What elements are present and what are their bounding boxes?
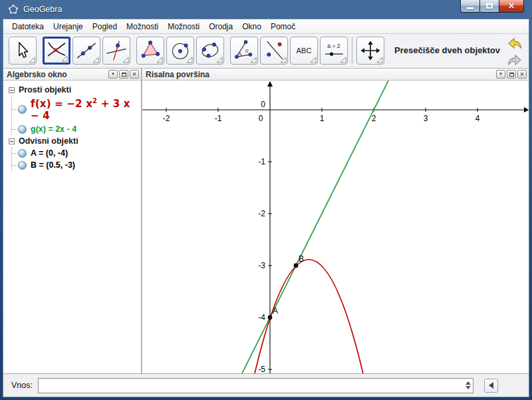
minimize-button[interactable] — [460, 0, 479, 13]
tree-twig — [12, 129, 17, 130]
algebra-close-button[interactable]: × — [130, 70, 139, 79]
visibility-marble-icon[interactable] — [18, 161, 27, 170]
input-label: Vnos: — [11, 381, 33, 390]
algebra-tree: Prosti objekti f(x) = −2 x2 + 3 x − 4 g(… — [3, 81, 141, 373]
maximize-icon — [486, 3, 493, 9]
alpha-label: α — [245, 47, 249, 54]
tool-dropdown-arrow-icon[interactable] — [340, 57, 346, 63]
collapse-toggle-icon[interactable] — [9, 87, 15, 93]
menu-okno[interactable]: Okno — [237, 20, 266, 33]
point-a[interactable] — [268, 315, 273, 320]
tool-move[interactable] — [9, 37, 37, 65]
algebra-panel-header: Algebrsko okno ▼ × — [3, 69, 141, 81]
close-button[interactable]: ✕ — [499, 0, 524, 13]
function-f-text: f(x) = −2 x2 + 3 x − 4 — [31, 97, 141, 122]
menu-orodja[interactable]: Orodja — [204, 20, 237, 33]
free-objects-children: f(x) = −2 x2 + 3 x − 4 g(x) = 2x - 4 — [11, 96, 141, 135]
tool-intersect-two-objects[interactable] — [43, 37, 70, 65]
menubar: Datoteka Urejanje Pogled Možnosti Možnos… — [3, 19, 529, 34]
tool-move-graphics-view[interactable] — [356, 37, 384, 65]
command-input[interactable] — [38, 378, 473, 393]
graphics-close-button[interactable]: × — [517, 70, 527, 79]
tree-item-f[interactable]: f(x) = −2 x2 + 3 x − 4 — [12, 96, 141, 123]
algebra-dropdown-button[interactable]: ▼ — [108, 70, 118, 79]
tool-dropdown-arrow-icon[interactable] — [93, 57, 99, 63]
triangle-left-icon — [489, 382, 493, 389]
visibility-marble-icon[interactable] — [18, 125, 27, 134]
tool-dropdown-arrow-icon[interactable] — [123, 57, 129, 63]
visibility-marble-icon[interactable] — [18, 149, 27, 158]
tree-group-label: Odvisni objekti — [19, 136, 78, 146]
toolbar: α ABC — [3, 34, 529, 69]
tool-reflect-about-line[interactable] — [260, 37, 288, 65]
algebra-panel-title: Algebrsko okno — [7, 70, 107, 79]
tool-insert-text[interactable]: ABC — [290, 37, 318, 65]
svg-text:-5: -5 — [258, 365, 265, 373]
input-help-toggle-button[interactable] — [484, 379, 498, 393]
graphics-restore-button[interactable] — [507, 70, 516, 79]
window-controls: ✕ — [460, 0, 524, 13]
svg-text:-1: -1 — [215, 114, 222, 123]
svg-text:4: 4 — [475, 114, 480, 123]
restore-icon — [122, 73, 126, 77]
tree-item-point-a[interactable]: A = (0, -4) — [12, 147, 141, 159]
y-axis: 0 -1 -2 -3 -4 -5 — [258, 81, 273, 373]
tree-item-point-b[interactable]: B = (0.5, -3) — [12, 159, 141, 171]
menu-datoteka[interactable]: Datoteka — [7, 20, 49, 33]
undo-redo-group — [506, 37, 525, 68]
tool-dropdown-arrow-icon[interactable] — [157, 57, 163, 63]
tool-polygon[interactable] — [136, 37, 164, 65]
tool-dropdown-arrow-icon[interactable] — [29, 57, 35, 63]
input-spinner[interactable] — [466, 381, 471, 389]
menu-moznosti-1[interactable]: Možnosti — [122, 20, 163, 33]
menu-pogled[interactable]: Pogled — [88, 20, 122, 33]
client-area: Datoteka Urejanje Pogled Možnosti Možnos… — [3, 19, 529, 397]
collapse-toggle-icon[interactable] — [9, 138, 15, 144]
chevron-down-icon: ▼ — [499, 71, 503, 78]
menu-urejanje[interactable]: Urejanje — [49, 20, 88, 33]
tool-dropdown-arrow-icon[interactable] — [251, 57, 257, 63]
menu-pomoc[interactable]: Pomoč — [266, 20, 300, 33]
spinner-up-icon — [466, 381, 471, 385]
line-g[interactable] — [242, 81, 388, 373]
tool-angle[interactable]: α — [230, 37, 258, 65]
maximize-button[interactable] — [479, 0, 499, 13]
tree-item-g[interactable]: g(x) = 2x - 4 — [12, 123, 141, 135]
point-b-label: B — [299, 254, 304, 264]
tool-ellipse-through-points[interactable] — [196, 37, 224, 65]
tree-group-label: Prosti objekti — [19, 85, 71, 95]
tree-twig — [12, 153, 17, 154]
svg-text:-4: -4 — [258, 313, 265, 322]
undo-button[interactable] — [506, 37, 523, 51]
graphics-dropdown-button[interactable]: ▼ — [496, 70, 505, 79]
minimize-icon — [467, 7, 473, 9]
svg-text:0: 0 — [259, 114, 263, 123]
active-tool-label: Presečišče dveh objektov — [394, 45, 500, 55]
tool-dropdown-arrow-icon[interactable] — [187, 57, 193, 63]
algebra-panel: Algebrsko okno ▼ × Prosti objekti f( — [3, 69, 141, 373]
svg-text:1: 1 — [320, 114, 325, 123]
menu-moznosti-2[interactable]: Možnosti — [163, 20, 204, 33]
slider-label: a = 2 — [327, 43, 340, 49]
tool-perpendicular-line[interactable] — [102, 37, 130, 65]
function-g-text: g(x) = 2x - 4 — [31, 124, 76, 134]
tool-line-through-two-points[interactable] — [72, 37, 100, 65]
tool-slider[interactable]: a = 2 — [320, 37, 348, 65]
input-field-wrap — [38, 378, 473, 393]
tool-dropdown-arrow-icon[interactable] — [217, 57, 223, 63]
point-b[interactable] — [294, 264, 299, 268]
tool-dropdown-arrow-icon[interactable] — [281, 57, 287, 63]
tool-dropdown-arrow-icon[interactable] — [311, 57, 317, 63]
window-title: GeoGebra — [23, 5, 62, 14]
undo-icon — [507, 37, 523, 51]
visibility-marble-icon[interactable] — [18, 105, 27, 114]
tool-dropdown-arrow-icon[interactable] — [377, 57, 383, 63]
graphics-view[interactable]: -2 -1 0 1 2 3 4 — [142, 81, 529, 373]
tool-dropdown-arrow-icon[interactable] — [62, 56, 68, 62]
redo-button[interactable] — [506, 53, 523, 68]
restore-icon — [509, 73, 514, 77]
tool-circle-center-point[interactable] — [166, 37, 194, 65]
svg-text:-1: -1 — [258, 157, 265, 166]
point-a-label: A — [273, 306, 278, 315]
algebra-restore-button[interactable] — [119, 70, 128, 79]
